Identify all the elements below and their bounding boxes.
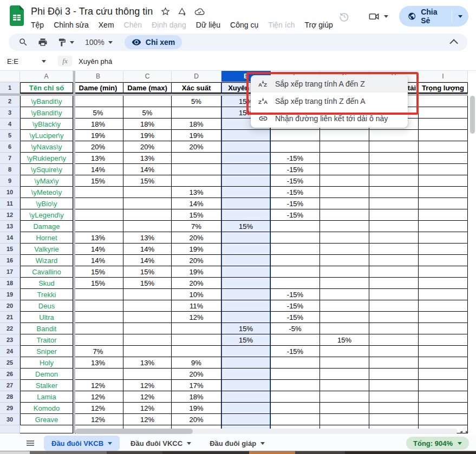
add-shortcut-icon[interactable] xyxy=(177,6,187,17)
cell-i28[interactable] xyxy=(419,391,468,403)
cell-i27[interactable] xyxy=(419,380,468,391)
row-header-13[interactable]: 13 xyxy=(0,221,20,232)
row-header-29[interactable]: 29 xyxy=(0,403,20,414)
print-icon[interactable] xyxy=(38,37,48,47)
cell-h27[interactable] xyxy=(369,380,419,391)
cell-a25[interactable]: Holy xyxy=(20,357,73,369)
cell-e16[interactable] xyxy=(221,255,271,266)
cell-i15[interactable] xyxy=(419,244,468,255)
cell-e7[interactable] xyxy=(221,153,271,164)
cell-h26[interactable] xyxy=(369,369,419,380)
cell-a29[interactable]: Komodo xyxy=(20,403,73,414)
cell-c16[interactable]: 14% xyxy=(123,255,172,266)
row-header-22[interactable]: 22 xyxy=(0,323,20,334)
cell-b8[interactable]: 14% xyxy=(73,164,123,175)
cell-h22[interactable] xyxy=(369,323,419,334)
cloud-saved-icon[interactable] xyxy=(194,6,205,17)
select-all-corner[interactable] xyxy=(0,71,20,82)
cell-a6[interactable]: \yNavas\y xyxy=(20,141,73,153)
column-header-i[interactable]: I xyxy=(419,71,468,82)
cell-f29[interactable] xyxy=(271,403,320,414)
cell-i13[interactable] xyxy=(419,221,468,232)
cell-f22[interactable]: -5% xyxy=(271,323,320,334)
cell-f20[interactable]: -15% xyxy=(271,300,320,312)
cell-d29[interactable]: 19% xyxy=(172,403,221,414)
cell-h18[interactable] xyxy=(369,278,419,289)
cell-i11[interactable] xyxy=(419,198,468,209)
row-header-12[interactable]: 12 xyxy=(0,209,20,221)
cell-b6[interactable]: 20% xyxy=(73,141,123,153)
cell-e8[interactable] xyxy=(221,164,271,175)
horizontal-scrollbar[interactable] xyxy=(75,429,458,434)
cell-i12[interactable] xyxy=(419,209,468,221)
cell-e5[interactable] xyxy=(221,130,271,141)
cell-g25[interactable] xyxy=(320,357,369,369)
cell-g14[interactable] xyxy=(320,232,369,244)
row-header-15[interactable]: 15 xyxy=(0,244,20,255)
cell-a20[interactable]: Deus xyxy=(20,300,73,312)
cell-f21[interactable]: -15% xyxy=(271,312,320,323)
cell-c8[interactable]: 14% xyxy=(123,164,172,175)
row-header-24[interactable]: 24 xyxy=(0,346,20,357)
cell-c1[interactable]: Dame (max) xyxy=(123,82,172,94)
cell-e12[interactable] xyxy=(221,209,271,221)
cell-a8[interactable]: \ySquire\y xyxy=(20,164,73,175)
row-header-21[interactable]: 21 xyxy=(0,312,20,323)
sheet-tab-0[interactable]: Đầu đuôi VKCB xyxy=(44,436,120,451)
cell-b2[interactable] xyxy=(73,96,123,107)
cell-a11[interactable]: \yBio\y xyxy=(20,198,73,209)
row-header-30[interactable]: 30 xyxy=(0,414,20,425)
cell-i6[interactable] xyxy=(419,141,468,153)
cell-d10[interactable]: 13% xyxy=(172,187,221,198)
cell-a3[interactable]: \yBandit\y xyxy=(20,107,73,119)
cell-a17[interactable]: Cavallino xyxy=(20,266,73,278)
cell-a15[interactable]: Valkyrie xyxy=(20,244,73,255)
cell-d16[interactable]: 20% xyxy=(172,255,221,266)
cell-b3[interactable]: 5% xyxy=(73,107,123,119)
cell-f14[interactable] xyxy=(271,232,320,244)
cell-b18[interactable]: 15% xyxy=(73,278,123,289)
cell-c28[interactable]: 12% xyxy=(123,391,172,403)
cell-b15[interactable]: 14% xyxy=(73,244,123,255)
cell-e20[interactable] xyxy=(221,300,271,312)
cell-e11[interactable] xyxy=(221,198,271,209)
cell-g8[interactable] xyxy=(320,164,369,175)
cell-f11[interactable]: -15% xyxy=(271,198,320,209)
row-header-28[interactable]: 28 xyxy=(0,391,20,403)
cell-a26[interactable]: Demon xyxy=(20,369,73,380)
cell-f28[interactable] xyxy=(271,391,320,403)
cell-h14[interactable] xyxy=(369,232,419,244)
cell-b30[interactable]: 12% xyxy=(73,414,123,425)
cell-b28[interactable]: 12% xyxy=(73,391,123,403)
row-header-14[interactable]: 14 xyxy=(0,232,20,244)
cell-a7[interactable]: \yRukieper\y xyxy=(20,153,73,164)
row-header-16[interactable]: 16 xyxy=(0,255,20,266)
cell-f7[interactable]: -15% xyxy=(271,153,320,164)
cell-g13[interactable] xyxy=(320,221,369,232)
cell-h12[interactable] xyxy=(369,209,419,221)
cell-i3[interactable] xyxy=(419,107,468,119)
cell-d24[interactable] xyxy=(172,346,221,357)
cell-a10[interactable]: \yMeteo\y xyxy=(20,187,73,198)
cell-b10[interactable] xyxy=(73,187,123,198)
cell-f18[interactable] xyxy=(271,278,320,289)
cell-f6[interactable] xyxy=(271,141,320,153)
cell-b17[interactable]: 15% xyxy=(73,266,123,278)
paint-format-icon[interactable] xyxy=(57,38,74,47)
cell-h30[interactable] xyxy=(369,414,419,425)
cell-i21[interactable] xyxy=(419,312,468,323)
cell-a5[interactable]: \yLuciper\y xyxy=(20,130,73,141)
cell-c19[interactable] xyxy=(123,289,172,300)
sheets-logo-icon[interactable] xyxy=(9,5,24,28)
cell-b29[interactable]: 12% xyxy=(73,403,123,414)
cell-e19[interactable] xyxy=(221,289,271,300)
cell-c15[interactable]: 14% xyxy=(123,244,172,255)
cell-h25[interactable] xyxy=(369,357,419,369)
cell-d6[interactable]: 20% xyxy=(172,141,221,153)
column-header-b[interactable]: B xyxy=(73,71,123,82)
cell-i29[interactable] xyxy=(419,403,468,414)
cell-a16[interactable]: Wizard xyxy=(20,255,73,266)
cell-i7[interactable] xyxy=(419,153,468,164)
cell-g27[interactable] xyxy=(320,380,369,391)
cell-i22[interactable] xyxy=(419,323,468,334)
